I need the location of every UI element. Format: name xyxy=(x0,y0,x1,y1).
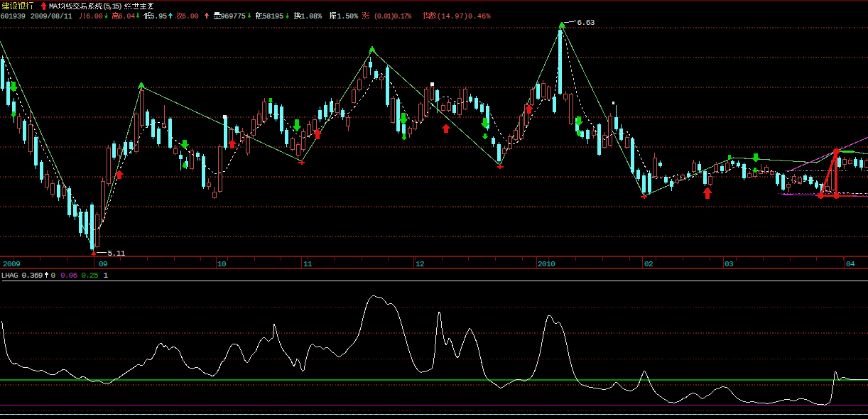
svg-text:02: 02 xyxy=(644,260,653,268)
svg-text:5.95: 5.95 xyxy=(151,13,168,21)
svg-text:0: 0 xyxy=(51,271,55,280)
svg-text:969775: 969775 xyxy=(221,13,246,21)
svg-text:1.50%: 1.50% xyxy=(337,13,358,21)
svg-text:2009: 2009 xyxy=(3,260,20,268)
svg-text:1.08%: 1.08% xyxy=(301,13,322,21)
svg-text:6.04: 6.04 xyxy=(119,13,136,21)
svg-text:11: 11 xyxy=(303,260,313,268)
svg-text:58195: 58195 xyxy=(263,13,283,21)
svg-text:(0.01)0.17%: (0.01)0.17% xyxy=(374,13,411,21)
svg-text:LHAG: LHAG xyxy=(1,271,18,280)
svg-text:0.06: 0.06 xyxy=(60,271,77,280)
svg-text:09: 09 xyxy=(99,260,107,268)
svg-text:(5,15): (5,15) xyxy=(103,2,122,11)
svg-text:(14.97)0.46%: (14.97)0.46% xyxy=(437,13,491,21)
svg-text:6.63: 6.63 xyxy=(577,18,595,27)
svg-text:2010: 2010 xyxy=(538,260,555,268)
svg-text:0.25: 0.25 xyxy=(82,271,98,280)
svg-text:10: 10 xyxy=(217,260,226,268)
svg-text:04: 04 xyxy=(846,260,855,268)
svg-text:6.00: 6.00 xyxy=(182,13,199,21)
svg-text:0.369: 0.369 xyxy=(22,271,43,280)
svg-text:12: 12 xyxy=(416,260,424,268)
svg-text:03: 03 xyxy=(725,260,733,268)
svg-text:601939: 601939 xyxy=(1,13,26,21)
svg-text:2009/08/11: 2009/08/11 xyxy=(31,13,72,21)
svg-text:6.00: 6.00 xyxy=(86,13,103,21)
svg-text:MA: MA xyxy=(49,2,58,11)
